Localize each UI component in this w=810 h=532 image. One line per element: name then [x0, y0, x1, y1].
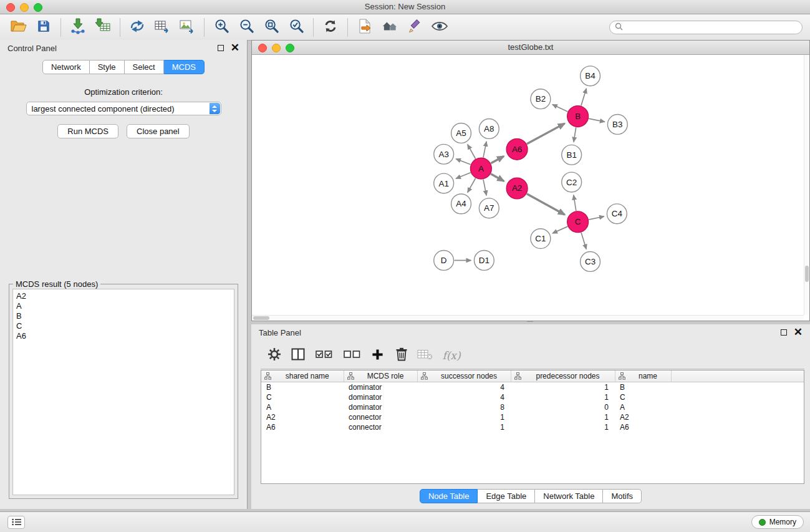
- edge-A-A1[interactable]: [456, 173, 471, 178]
- node-B[interactable]: B: [567, 106, 589, 127]
- node-C1[interactable]: C1: [531, 229, 551, 249]
- share-network-button[interactable]: [125, 16, 150, 39]
- dropdown-stepper-icon[interactable]: [210, 103, 220, 114]
- edge-C-C1[interactable]: [552, 226, 567, 233]
- network-minimize-button[interactable]: [272, 44, 281, 52]
- mcds-result-item[interactable]: A2: [16, 291, 231, 301]
- optimization-dropdown[interactable]: largest connected component (directed): [26, 102, 221, 115]
- cell-successor-nodes[interactable]: 4: [417, 392, 511, 402]
- column-header-shared-name[interactable]: shared name: [261, 370, 344, 382]
- delete-table-button[interactable]: [415, 346, 435, 365]
- cell-name[interactable]: C: [615, 392, 671, 402]
- close-table-panel-icon[interactable]: ✕: [794, 329, 803, 336]
- edge-A-A5[interactable]: [468, 145, 476, 159]
- column-header-mcds-role[interactable]: MCDS role: [344, 370, 417, 382]
- cell-name[interactable]: A: [615, 402, 671, 412]
- table-row[interactable]: A6connector11A6: [261, 422, 804, 432]
- tab-edge-table[interactable]: Edge Table: [478, 489, 535, 503]
- minimize-window-button[interactable]: [20, 3, 29, 12]
- edge-A-A6[interactable]: [491, 157, 504, 163]
- table-row[interactable]: Cdominator41C: [261, 392, 804, 402]
- select-all-columns-button[interactable]: [312, 346, 335, 365]
- cell-predecessor-nodes[interactable]: 1: [511, 392, 615, 402]
- horizontal-scrollbar-thumb[interactable]: [253, 316, 269, 320]
- search-box[interactable]: [609, 21, 803, 34]
- float-panel-icon[interactable]: [218, 45, 224, 51]
- memory-button[interactable]: Memory: [751, 515, 804, 529]
- node-C3[interactable]: C3: [581, 252, 600, 272]
- run-mcds-button[interactable]: Run MCDS: [57, 124, 118, 138]
- mcds-result-list[interactable]: A2ABCA6: [12, 289, 234, 495]
- cell-mcds-role[interactable]: connector: [344, 412, 417, 422]
- import-network-button[interactable]: [65, 16, 90, 39]
- refresh-layout-button[interactable]: [318, 16, 343, 39]
- cell-mcds-role[interactable]: dominator: [344, 392, 417, 402]
- tab-motifs[interactable]: Motifs: [603, 489, 642, 503]
- table-row[interactable]: Adominator80A: [261, 402, 804, 412]
- node-A8[interactable]: A8: [479, 119, 499, 139]
- table-row[interactable]: Bdominator41B: [261, 382, 804, 393]
- zoom-out-button[interactable]: [234, 16, 259, 39]
- cell-mcds-role[interactable]: connector: [344, 422, 417, 432]
- node-B3[interactable]: B3: [607, 115, 627, 135]
- tab-network-table[interactable]: Network Table: [535, 489, 603, 503]
- maximize-window-button[interactable]: [34, 3, 42, 12]
- edge-C-C3[interactable]: [581, 233, 586, 249]
- tab-select[interactable]: Select: [125, 60, 164, 74]
- deselect-all-columns-button[interactable]: [340, 346, 364, 365]
- edge-A-A8[interactable]: [483, 142, 486, 158]
- cell-shared-name[interactable]: B: [261, 382, 344, 393]
- cell-name[interactable]: A2: [615, 412, 671, 422]
- network-canvas[interactable]: B4B2BB3A5A8A6A3AB1A1A2C2A4A7C4CC1DD1C3: [252, 55, 809, 321]
- node-A5[interactable]: A5: [451, 123, 471, 143]
- edge-B-B2[interactable]: [552, 105, 568, 112]
- delete-column-button[interactable]: [392, 346, 411, 365]
- cell-successor-nodes[interactable]: 1: [417, 422, 511, 432]
- cell-predecessor-nodes[interactable]: 1: [511, 412, 615, 422]
- vertical-scrollbar-thumb[interactable]: [805, 266, 809, 282]
- edge-B-B4[interactable]: [581, 89, 586, 106]
- edge-A6-B[interactable]: [527, 123, 565, 144]
- edge-A2-C[interactable]: [527, 194, 565, 215]
- float-table-panel-icon[interactable]: [781, 329, 787, 336]
- cell-name[interactable]: A6: [615, 422, 671, 432]
- tab-node-table[interactable]: Node Table: [420, 489, 478, 503]
- node-B4[interactable]: B4: [581, 66, 600, 86]
- close-window-button[interactable]: [6, 3, 15, 12]
- mcds-result-item[interactable]: C: [16, 321, 231, 331]
- close-panel-button[interactable]: Close panel: [127, 124, 190, 138]
- tab-network[interactable]: Network: [42, 60, 90, 74]
- tab-style[interactable]: Style: [90, 60, 125, 74]
- function-builder-button[interactable]: f(x): [439, 346, 464, 365]
- mcds-result-item[interactable]: B: [16, 311, 231, 321]
- node-C4[interactable]: C4: [607, 204, 627, 224]
- cell-name[interactable]: B: [615, 382, 671, 393]
- tab-mcds[interactable]: MCDS: [164, 60, 205, 74]
- edge-A-A4[interactable]: [468, 178, 476, 193]
- network-close-button[interactable]: [258, 44, 267, 52]
- horizontal-scrollbar[interactable]: [252, 315, 804, 321]
- node-A3[interactable]: A3: [434, 144, 454, 164]
- show-columns-button[interactable]: [288, 346, 307, 365]
- edge-C-C2[interactable]: [574, 195, 576, 211]
- vertical-scrollbar[interactable]: [804, 55, 809, 315]
- node-A1[interactable]: A1: [434, 173, 454, 193]
- network-graph[interactable]: B4B2BB3A5A8A6A3AB1A1A2C2A4A7C4CC1DD1C3: [252, 55, 809, 321]
- mcds-result-item[interactable]: A6: [16, 331, 231, 341]
- edge-A-A3[interactable]: [456, 159, 470, 165]
- column-header-predecessor-nodes[interactable]: predecessor nodes: [511, 370, 615, 382]
- cell-shared-name[interactable]: A: [261, 402, 344, 412]
- node-B2[interactable]: B2: [531, 89, 551, 109]
- export-image-button[interactable]: [175, 16, 200, 39]
- edge-B-B1[interactable]: [574, 127, 576, 142]
- cell-predecessor-nodes[interactable]: 1: [511, 422, 615, 432]
- export-table-button[interactable]: [150, 16, 175, 39]
- create-column-button[interactable]: [368, 346, 387, 365]
- node-C2[interactable]: C2: [562, 172, 582, 192]
- edge-A-A7[interactable]: [483, 180, 486, 196]
- zoom-in-button[interactable]: [209, 16, 234, 39]
- open-document-button[interactable]: [352, 16, 377, 39]
- node-A[interactable]: A: [470, 158, 491, 179]
- cell-predecessor-nodes[interactable]: 1: [511, 382, 615, 393]
- cell-successor-nodes[interactable]: 1: [417, 412, 511, 422]
